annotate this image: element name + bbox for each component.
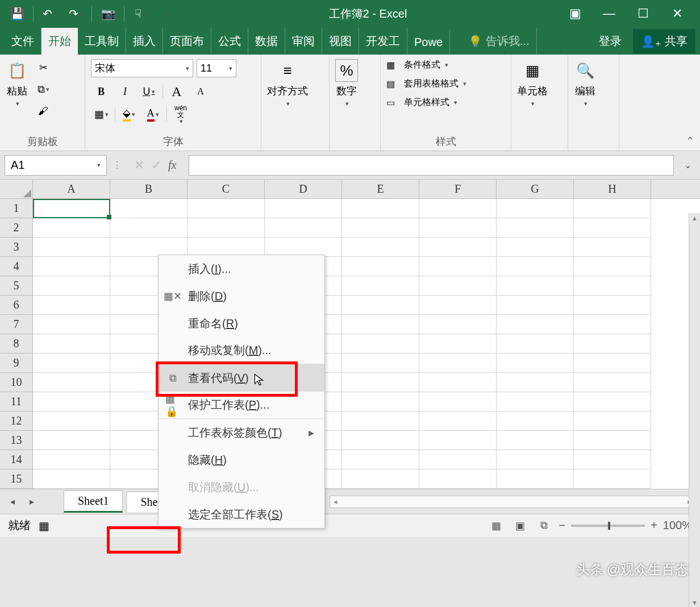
row-header[interactable]: 15 — [0, 469, 33, 489]
format-painter-icon[interactable]: 🖌 — [33, 102, 53, 119]
cell[interactable] — [497, 373, 574, 392]
cell[interactable] — [419, 199, 497, 218]
cell[interactable] — [265, 218, 342, 238]
enter-formula-icon[interactable]: ✓ — [151, 158, 161, 173]
cell[interactable] — [342, 276, 419, 296]
cell[interactable] — [33, 450, 110, 469]
maximize-icon[interactable]: ☐ — [632, 3, 655, 24]
cell[interactable] — [497, 315, 574, 334]
borders-button[interactable]: ▦▾ — [91, 106, 111, 123]
cell[interactable] — [33, 218, 110, 238]
cell[interactable] — [419, 373, 497, 392]
cell[interactable] — [33, 354, 110, 373]
name-box[interactable]: A1▾ — [5, 155, 107, 176]
cell[interactable] — [497, 334, 574, 354]
context-menu-item[interactable]: 隐藏(H) — [159, 446, 324, 473]
alignment-button[interactable]: ≡ 对齐方式▾ — [267, 59, 308, 107]
row-header[interactable]: 2 — [0, 218, 33, 238]
tab-view[interactable]: 视图 — [322, 28, 359, 55]
zoom-out-icon[interactable]: − — [559, 519, 565, 532]
cell[interactable] — [342, 392, 419, 411]
save-icon[interactable]: 💾 — [7, 3, 27, 24]
page-break-view-icon[interactable]: ⧉ — [535, 518, 553, 534]
cell[interactable] — [574, 315, 651, 334]
column-header[interactable]: F — [419, 180, 497, 198]
column-header[interactable]: D — [265, 180, 342, 198]
fx-icon[interactable]: fx — [168, 159, 176, 172]
cell[interactable] — [419, 257, 497, 276]
context-menu-item[interactable]: ▦🔒保护工作表(P)... — [159, 392, 324, 419]
cell[interactable] — [33, 334, 110, 354]
cell-styles-button[interactable]: ▭ 单元格样式▾ — [386, 97, 457, 109]
cell[interactable] — [497, 411, 574, 431]
undo-icon[interactable]: ↶▾ — [39, 3, 60, 24]
macro-record-icon[interactable]: ▦ — [39, 519, 49, 533]
cell[interactable] — [33, 431, 110, 450]
cell[interactable] — [33, 238, 110, 257]
shrink-font-button[interactable]: A — [190, 83, 211, 100]
tab-tools[interactable]: 工具制 — [78, 28, 126, 55]
cell[interactable] — [265, 199, 342, 218]
cell[interactable] — [342, 431, 419, 450]
normal-view-icon[interactable]: ▦ — [487, 518, 505, 534]
cell[interactable] — [342, 373, 419, 392]
cell[interactable] — [342, 218, 419, 238]
cell[interactable] — [574, 276, 651, 296]
underline-button[interactable]: U▾ — [139, 83, 159, 100]
context-menu-item[interactable]: 移动或复制(M)... — [159, 337, 324, 364]
context-menu-item[interactable]: ▦✕删除(D) — [159, 282, 324, 310]
spreadsheet-grid[interactable]: A B C D E F G H 123456789101112131415 — [0, 180, 700, 489]
cell[interactable] — [188, 218, 265, 238]
cell[interactable] — [419, 469, 497, 489]
row-header[interactable]: 7 — [0, 315, 33, 334]
cell[interactable] — [574, 238, 651, 257]
conditional-format-button[interactable]: ▦ 条件格式▾ — [386, 59, 448, 71]
italic-button[interactable]: I — [115, 83, 135, 100]
cell[interactable] — [342, 199, 419, 218]
zoom-slider[interactable] — [571, 525, 645, 527]
horizontal-scrollbar[interactable]: ◂▸ — [330, 496, 695, 508]
row-header[interactable]: 10 — [0, 373, 33, 392]
cell[interactable] — [497, 276, 574, 296]
row-header[interactable]: 8 — [0, 334, 33, 354]
context-menu-item[interactable]: 工作表标签颜色(T)▸ — [159, 419, 324, 446]
cell[interactable] — [33, 257, 110, 276]
font-size-combo[interactable]: 11▾ — [197, 59, 236, 77]
cell[interactable] — [497, 431, 574, 450]
cell[interactable] — [33, 199, 110, 218]
column-header[interactable]: B — [110, 180, 188, 198]
cell[interactable] — [497, 238, 574, 257]
cell[interactable] — [419, 218, 497, 238]
cell[interactable] — [574, 469, 651, 489]
cell[interactable] — [33, 373, 110, 392]
context-menu-item[interactable]: 插入(I)... — [159, 255, 324, 282]
cell[interactable] — [497, 450, 574, 469]
tab-developer[interactable]: 开发工 — [359, 28, 407, 55]
cell[interactable] — [110, 199, 188, 218]
cell[interactable] — [342, 257, 419, 276]
redo-icon[interactable]: ↷▾ — [65, 3, 86, 24]
fill-color-button[interactable]: ⬙▾ — [119, 106, 139, 123]
editing-button[interactable]: 🔍 编辑▾ — [574, 59, 597, 107]
row-header[interactable]: 3 — [0, 238, 33, 257]
column-header[interactable]: C — [188, 180, 265, 198]
paste-button[interactable]: 📋 粘贴 ▾ — [6, 59, 28, 107]
column-header[interactable]: G — [497, 180, 574, 198]
row-header[interactable]: 5 — [0, 276, 33, 296]
tab-home[interactable]: 开始 — [41, 28, 78, 55]
cell[interactable] — [574, 334, 651, 354]
font-name-combo[interactable]: 宋体▾ — [91, 59, 193, 77]
cell[interactable] — [33, 276, 110, 296]
cell[interactable] — [110, 238, 188, 257]
cell[interactable] — [33, 392, 110, 411]
cut-icon[interactable]: ✂ — [33, 59, 53, 76]
cell[interactable] — [574, 296, 651, 315]
collapse-ribbon-icon[interactable]: ⌃ — [686, 135, 694, 147]
camera-icon[interactable]: 📷 — [98, 3, 118, 24]
sheet-tab[interactable]: Sheet1 — [64, 490, 123, 513]
cell[interactable] — [574, 392, 651, 411]
row-header[interactable]: 9 — [0, 354, 33, 373]
copy-icon[interactable]: ⧉▾ — [33, 81, 53, 98]
row-header[interactable]: 6 — [0, 296, 33, 315]
cell[interactable] — [419, 392, 497, 411]
